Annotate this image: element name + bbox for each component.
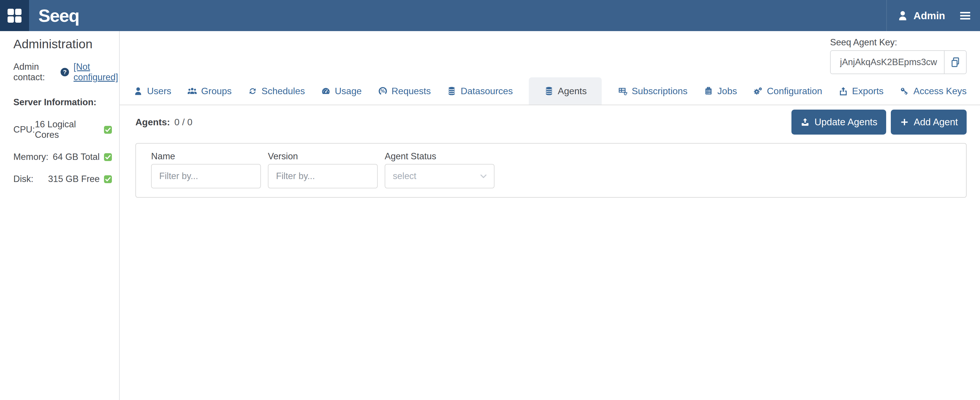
server-stat-value: 16 Logical Cores <box>35 119 100 140</box>
tab-label: Groups <box>201 86 232 97</box>
export-icon <box>838 86 848 96</box>
grid-icon <box>5 6 24 25</box>
version-filter-input[interactable] <box>268 164 378 188</box>
check-square-icon <box>103 153 113 162</box>
agent-key-label: Seeq Agent Key: <box>830 37 967 48</box>
tab-label: Exports <box>852 86 883 97</box>
agent-key-block: Seeq Agent Key: <box>830 37 967 74</box>
agents-count-value: 0 / 0 <box>174 117 192 127</box>
tab-label: Users <box>147 86 172 97</box>
users-icon <box>187 86 197 96</box>
tab-usage[interactable]: Usage <box>321 77 362 105</box>
svg-text:%: % <box>380 88 385 94</box>
agent-status-filter: Agent Status select <box>385 151 495 188</box>
server-info-list: CPU:16 Logical CoresMemory:64 GB TotalDi… <box>13 119 119 184</box>
tab-access-keys[interactable]: Access Keys <box>899 77 967 105</box>
tab-label: Subscriptions <box>632 86 687 97</box>
admin-contact-link[interactable]: [Not configured] <box>73 62 119 83</box>
admin-contact-row: Admin contact: ? [Not configured] <box>13 62 119 83</box>
update-agents-button[interactable]: Update Agents <box>791 110 886 135</box>
admin-sidebar: Administration Admin contact: ? [Not con… <box>0 31 120 400</box>
copy-agent-key-button[interactable] <box>944 51 966 73</box>
tab-label: Configuration <box>767 86 822 97</box>
user-menu-label: Admin <box>913 10 945 22</box>
user-icon <box>897 10 909 22</box>
gauge-icon <box>321 86 331 96</box>
database-icon <box>544 86 554 96</box>
version-filter: Version <box>268 151 378 188</box>
top-navbar: Seeq Admin <box>0 0 980 31</box>
name-filter-input[interactable] <box>151 164 261 188</box>
table-sync-icon <box>618 86 628 96</box>
tab-label: Schedules <box>261 86 305 97</box>
server-stat-label: Memory: <box>13 152 49 162</box>
server-info-row-memory: Memory:64 GB Total <box>13 152 113 162</box>
tasks-icon <box>703 86 714 96</box>
app-launcher-button[interactable] <box>0 0 29 31</box>
gears-icon <box>753 86 763 96</box>
tab-label: Agents <box>558 86 587 97</box>
server-stat-label: Disk: <box>13 174 33 184</box>
page-title: Administration <box>13 37 119 51</box>
tab-label: Usage <box>335 86 362 97</box>
agents-count-label: Agents: <box>135 117 170 127</box>
name-filter-label: Name <box>151 151 261 162</box>
database-icon <box>447 86 457 96</box>
tab-exports[interactable]: Exports <box>838 77 883 105</box>
name-filter: Name <box>151 151 261 188</box>
tab-users[interactable]: Users <box>133 77 172 105</box>
seeq-logo[interactable]: Seeq <box>38 5 79 26</box>
server-stat-value: 64 GB Total <box>53 152 100 162</box>
hamburger-icon <box>958 9 972 22</box>
copy-icon <box>950 56 961 68</box>
tab-agents[interactable]: Agents <box>529 77 602 105</box>
admin-tabbar: UsersGroupsSchedulesUsage%RequestsDataso… <box>120 77 980 105</box>
server-info-heading: Server Information: <box>13 97 119 108</box>
check-square-icon <box>103 125 113 134</box>
server-stat-label: CPU: <box>13 124 35 135</box>
tab-jobs[interactable]: Jobs <box>703 77 737 105</box>
tab-label: Requests <box>391 86 431 97</box>
server-info-row-disk: Disk:315 GB Free <box>13 174 113 184</box>
key-icon <box>899 86 910 96</box>
user-menu[interactable]: Admin <box>897 10 945 22</box>
upload-icon <box>800 117 810 127</box>
plus-icon <box>899 117 909 127</box>
tab-label: Datasources <box>460 86 513 97</box>
tab-groups[interactable]: Groups <box>187 77 232 105</box>
chevron-down-icon <box>479 172 488 181</box>
tab-schedules[interactable]: Schedules <box>248 77 305 105</box>
tab-configuration[interactable]: Configuration <box>753 77 822 105</box>
user-icon <box>133 86 143 96</box>
agent-status-select[interactable]: select <box>385 164 495 188</box>
navbar-right: Admin <box>886 0 980 31</box>
tab-label: Access Keys <box>913 86 967 97</box>
agent-status-select-value: select <box>393 171 416 182</box>
sync-icon <box>248 86 258 96</box>
hamburger-menu-button[interactable] <box>958 9 972 22</box>
add-agent-button[interactable]: Add Agent <box>891 110 967 135</box>
agents-header: Agents: 0 / 0 Update Agents Add Agent <box>135 110 967 135</box>
check-square-icon <box>103 175 113 184</box>
percent-circle-icon: % <box>378 86 388 96</box>
main-content: Seeq Agent Key: UsersGroupsSchedulesUsag… <box>120 31 980 400</box>
server-info-row-cpu: CPU:16 Logical Cores <box>13 119 113 140</box>
server-stat-value: 315 GB Free <box>48 174 100 184</box>
question-circle-icon[interactable]: ? <box>60 67 70 77</box>
admin-contact-label: Admin contact: <box>13 62 56 83</box>
agent-key-input[interactable] <box>830 51 944 73</box>
tab-label: Jobs <box>718 86 737 97</box>
agents-filter-panel: Name Version Agent Status select <box>135 143 967 198</box>
agent-status-filter-label: Agent Status <box>385 151 495 162</box>
svg-text:?: ? <box>63 69 67 75</box>
version-filter-label: Version <box>268 151 378 162</box>
tab-requests[interactable]: %Requests <box>378 77 431 105</box>
tab-datasources[interactable]: Datasources <box>447 77 513 105</box>
tab-subscriptions[interactable]: Subscriptions <box>618 77 687 105</box>
